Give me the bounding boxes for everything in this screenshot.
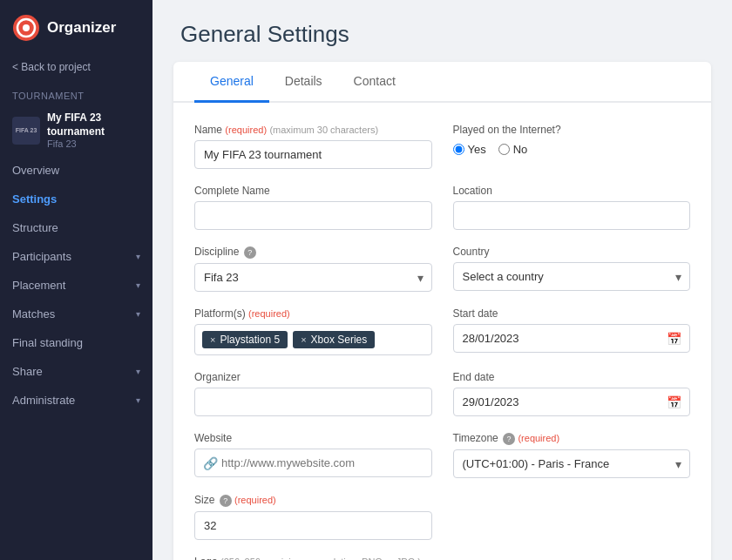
main-content: General Settings GeneralDetailsContact N… bbox=[152, 0, 732, 560]
country-select[interactable]: Select a country bbox=[453, 262, 691, 291]
tournament-sub: Fifa 23 bbox=[47, 138, 140, 149]
website-col: Website 🔗 bbox=[194, 432, 432, 478]
end-date-wrapper: 📅 bbox=[453, 388, 691, 416]
platform-tag-xbox[interactable]: × Xbox Series bbox=[293, 331, 375, 348]
start-date-label: Start date bbox=[453, 307, 691, 320]
country-select-wrapper: Select a country bbox=[453, 262, 691, 291]
tab-bar: GeneralDetailsContact bbox=[173, 62, 711, 103]
remove-ps5-icon[interactable]: × bbox=[210, 334, 215, 345]
sidebar-item-settings[interactable]: Settings bbox=[0, 185, 152, 213]
website-input[interactable] bbox=[194, 449, 432, 477]
tab-contact[interactable]: Contact bbox=[338, 62, 411, 103]
form-row-4: Platform(s) (required) × Playstation 5 ×… bbox=[194, 307, 690, 355]
back-link[interactable]: < Back to project bbox=[0, 56, 152, 84]
logo-icon bbox=[12, 14, 40, 42]
discipline-label: Discipline ? bbox=[194, 246, 432, 259]
size-help-icon: ? bbox=[220, 495, 232, 507]
app-title: Organizer bbox=[47, 19, 116, 37]
page-header: General Settings bbox=[152, 0, 732, 62]
sidebar-item-structure[interactable]: Structure bbox=[0, 213, 152, 242]
logo-label: Logo (256x256px minimum resolution, PNG … bbox=[194, 556, 432, 560]
size-input[interactable] bbox=[194, 511, 432, 540]
form-row-2: Complete Name Location bbox=[194, 185, 690, 230]
tab-details[interactable]: Details bbox=[269, 62, 338, 103]
sidebar-item-administrate[interactable]: Administrate▾ bbox=[0, 386, 152, 415]
timezone-help-icon: ? bbox=[503, 433, 515, 445]
end-date-col: End date 📅 bbox=[453, 371, 691, 416]
sidebar-item-matches[interactable]: Matches▾ bbox=[0, 300, 152, 328]
sidebar-item-overview[interactable]: Overview bbox=[0, 156, 152, 185]
sidebar-item-final_standing[interactable]: Final standing bbox=[0, 328, 152, 357]
nav-list: OverviewSettingsStructureParticipants▾Pl… bbox=[0, 156, 152, 415]
radio-no-label[interactable]: No bbox=[498, 143, 528, 156]
chevron-icon: ▾ bbox=[136, 367, 140, 376]
organizer-input[interactable] bbox=[194, 388, 432, 416]
form-row-1: Name (required) (maximum 30 characters) … bbox=[194, 124, 690, 169]
start-date-col: Start date 📅 bbox=[453, 307, 691, 355]
sidebar: Organizer < Back to project Tournament F… bbox=[0, 0, 152, 560]
tournament-name: My FIFA 23 tournament bbox=[47, 111, 140, 138]
played-radio-group: Yes No bbox=[453, 143, 691, 156]
sidebar-item-share[interactable]: Share▾ bbox=[0, 357, 152, 386]
start-date-input[interactable] bbox=[453, 324, 691, 353]
link-icon: 🔗 bbox=[203, 456, 218, 470]
complete-name-input[interactable] bbox=[194, 201, 432, 230]
website-label: Website bbox=[194, 432, 432, 444]
form-body: Name (required) (maximum 30 characters) … bbox=[173, 103, 711, 560]
form-row-7: Size ? (required) bbox=[194, 494, 690, 540]
country-col: Country Select a country bbox=[453, 246, 691, 292]
remove-xbox-icon[interactable]: × bbox=[301, 334, 306, 345]
svg-point-2 bbox=[23, 24, 30, 31]
page-title: General Settings bbox=[180, 21, 704, 48]
start-date-wrapper: 📅 bbox=[453, 324, 691, 353]
name-input[interactable] bbox=[194, 140, 432, 169]
timezone-col: Timezone ? (required) (UTC+01:00) - Pari… bbox=[453, 432, 691, 478]
location-col: Location bbox=[453, 185, 691, 230]
chevron-icon: ▾ bbox=[136, 395, 140, 405]
form-row-6: Website 🔗 Timezone ? (required) (UTC+0 bbox=[194, 432, 690, 478]
website-wrapper: 🔗 bbox=[194, 449, 432, 477]
discipline-select[interactable]: Fifa 23 bbox=[194, 263, 432, 292]
timezone-label: Timezone ? (required) bbox=[453, 432, 691, 445]
app-logo: Organizer bbox=[0, 0, 152, 56]
logo-col: Logo (256x256px minimum resolution, PNG … bbox=[194, 556, 432, 560]
timezone-select[interactable]: (UTC+01:00) - Paris - France bbox=[453, 449, 691, 478]
platform-label: Platform(s) (required) bbox=[194, 307, 432, 320]
complete-name-col: Complete Name bbox=[194, 185, 432, 230]
country-label: Country bbox=[453, 246, 691, 258]
content-card: GeneralDetailsContact Name (required) (m… bbox=[173, 62, 711, 560]
platform-tags: × Playstation 5 × Xbox Series bbox=[194, 324, 432, 355]
tournament-thumb: FIFA 23 bbox=[12, 117, 40, 145]
radio-yes-label[interactable]: Yes bbox=[453, 143, 486, 156]
location-label: Location bbox=[453, 185, 691, 197]
played-label: Played on the Internet? bbox=[453, 124, 691, 136]
end-date-input[interactable] bbox=[453, 388, 691, 416]
radio-no[interactable] bbox=[498, 144, 510, 155]
discipline-help-icon: ? bbox=[244, 246, 256, 259]
platform-col: Platform(s) (required) × Playstation 5 ×… bbox=[194, 307, 432, 355]
name-col: Name (required) (maximum 30 characters) bbox=[194, 124, 432, 169]
tournament-info: FIFA 23 My FIFA 23 tournament Fifa 23 bbox=[0, 105, 152, 156]
chevron-icon: ▾ bbox=[136, 280, 140, 290]
end-date-calendar-icon[interactable]: 📅 bbox=[667, 395, 681, 409]
location-input[interactable] bbox=[453, 201, 691, 230]
sidebar-item-participants[interactable]: Participants▾ bbox=[0, 242, 152, 271]
form-row-8: Logo (256x256px minimum resolution, PNG … bbox=[194, 556, 690, 560]
radio-yes[interactable] bbox=[453, 144, 464, 155]
name-label: Name (required) (maximum 30 characters) bbox=[194, 124, 432, 136]
chevron-icon: ▾ bbox=[136, 309, 140, 319]
platform-tag-ps5[interactable]: × Playstation 5 bbox=[202, 331, 288, 348]
discipline-select-wrapper: Fifa 23 bbox=[194, 263, 432, 292]
organizer-label: Organizer bbox=[194, 371, 432, 383]
complete-name-label: Complete Name bbox=[194, 185, 432, 197]
sidebar-item-placement[interactable]: Placement▾ bbox=[0, 271, 152, 300]
organizer-col: Organizer bbox=[194, 371, 432, 416]
start-date-calendar-icon[interactable]: 📅 bbox=[667, 332, 681, 346]
timezone-select-wrapper: (UTC+01:00) - Paris - France bbox=[453, 449, 691, 478]
tab-general[interactable]: General bbox=[194, 62, 269, 103]
size-col: Size ? (required) bbox=[194, 494, 432, 540]
form-row-5: Organizer End date 📅 bbox=[194, 371, 690, 416]
chevron-icon: ▾ bbox=[136, 252, 140, 261]
played-col: Played on the Internet? Yes No bbox=[453, 124, 691, 169]
form-row-3: Discipline ? Fifa 23 Country Select a co… bbox=[194, 246, 690, 292]
